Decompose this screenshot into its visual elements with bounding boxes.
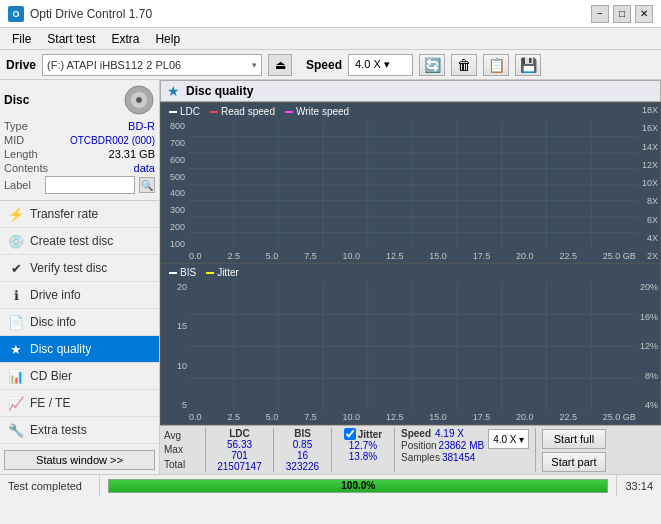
max-jitter: 13.8%: [349, 451, 377, 462]
status-bar: Test completed 100.0% 33:14: [0, 474, 661, 496]
menu-start-test[interactable]: Start test: [39, 30, 103, 48]
jitter-checkbox[interactable]: [344, 428, 356, 440]
max-row-label: Max: [164, 444, 199, 455]
menu-extra[interactable]: Extra: [103, 30, 147, 48]
label-input[interactable]: [45, 176, 135, 194]
avg-ldc: 56.33: [227, 439, 252, 450]
max-bis: 16: [297, 450, 308, 461]
bottom-y-axis-right: 20% 16% 12% 8% 4%: [636, 282, 658, 410]
main-content: ★ Disc quality LDC Read speed: [160, 80, 661, 474]
charts-container: LDC Read speed Write speed: [160, 102, 661, 425]
bottom-chart-legend: BIS Jitter: [169, 267, 239, 278]
erase-button[interactable]: 🗑: [451, 54, 477, 76]
sidebar: Disc Type BD-R MID OTCBDR002 (000) Lengt…: [0, 80, 160, 474]
samples-val: 381454: [442, 452, 475, 463]
top-y-axis-right: 18X 16X 14X 12X 10X 8X 6X 4X 2X: [638, 103, 658, 263]
jitter-legend: Jitter: [206, 267, 239, 278]
ldc-legend-dot: [169, 111, 177, 113]
max-ldc: 701: [231, 450, 248, 461]
start-buttons: Start full Start part: [542, 428, 605, 472]
speed-selector[interactable]: 4.0 X ▾: [348, 54, 413, 76]
transfer-rate-icon: ⚡: [8, 206, 24, 222]
status-window-label: Status window >>: [36, 454, 123, 466]
position-val: 23862 MB: [439, 440, 485, 451]
sidebar-item-create-test-disc[interactable]: 💿 Create test disc: [0, 228, 159, 255]
menu-help[interactable]: Help: [147, 30, 188, 48]
sidebar-item-disc-quality-label: Disc quality: [30, 342, 91, 356]
menu-file[interactable]: File: [4, 30, 39, 48]
drive-label: Drive: [6, 58, 36, 72]
drive-select-text: (F:) ATAPI iHBS112 2 PL06: [47, 59, 252, 71]
close-button[interactable]: ✕: [635, 5, 653, 23]
bis-col-header: BIS: [294, 428, 311, 439]
start-full-button[interactable]: Start full: [542, 429, 605, 449]
avg-row-label: Avg: [164, 430, 199, 441]
sidebar-item-cd-bier-label: CD Bier: [30, 369, 72, 383]
read-speed-legend: Read speed: [210, 106, 275, 117]
sidebar-item-create-test-disc-label: Create test disc: [30, 234, 113, 248]
refresh-button[interactable]: 🔄: [419, 54, 445, 76]
disc-panel: Disc Type BD-R MID OTCBDR002 (000) Lengt…: [0, 80, 159, 201]
sidebar-item-verify-test-disc[interactable]: ✔ Verify test disc: [0, 255, 159, 282]
save-button[interactable]: 💾: [515, 54, 541, 76]
chart-bottom: BIS Jitter: [161, 264, 660, 424]
sidebar-item-transfer-rate[interactable]: ⚡ Transfer rate: [0, 201, 159, 228]
label-label: Label: [4, 179, 31, 191]
sidebar-item-extra-tests[interactable]: 🔧 Extra tests: [0, 417, 159, 444]
disc-info-icon: 📄: [8, 314, 24, 330]
mid-value: OTCBDR002 (000): [70, 135, 155, 146]
app-title: Opti Drive Control 1.70: [30, 7, 152, 21]
jitter-column: Jitter 12.7% 13.8%: [338, 428, 388, 472]
divider-5: [535, 428, 536, 472]
row-labels: Avg Max Total: [164, 428, 199, 472]
nav-items: ⚡ Transfer rate 💿 Create test disc ✔ Ver…: [0, 201, 159, 444]
speed-label: Speed: [306, 58, 342, 72]
create-test-disc-icon: 💿: [8, 233, 24, 249]
minimize-button[interactable]: −: [591, 5, 609, 23]
top-chart-legend: LDC Read speed Write speed: [169, 106, 349, 117]
length-value: 23.31 GB: [109, 148, 155, 160]
speed-dropdown[interactable]: 4.0 X ▾: [488, 429, 529, 449]
drive-selector[interactable]: (F:) ATAPI iHBS112 2 PL06 ▾: [42, 54, 262, 76]
copy-button[interactable]: 📋: [483, 54, 509, 76]
ldc-col-header: LDC: [229, 428, 250, 439]
divider-1: [205, 428, 206, 472]
disc-icon: [123, 84, 155, 116]
progress-text: 100.0%: [109, 480, 607, 492]
drive-dropdown-icon: ▾: [252, 60, 257, 70]
progress-container: 100.0%: [100, 475, 617, 496]
status-window-button[interactable]: Status window >>: [4, 450, 155, 470]
time-display: 33:14: [617, 475, 661, 496]
disc-title: Disc: [4, 93, 29, 107]
top-y-axis-left: 800 700 600 500 400 300 200 100: [163, 121, 185, 249]
stats-bar: Avg Max Total LDC 56.33 701 21507147 BIS…: [160, 425, 661, 474]
position-label: Position: [401, 440, 437, 451]
divider-2: [273, 428, 274, 472]
sidebar-item-disc-info[interactable]: 📄 Disc info: [0, 309, 159, 336]
bottom-chart-svg: [189, 282, 636, 410]
contents-label: Contents: [4, 162, 48, 174]
sidebar-item-cd-bier[interactable]: 📊 CD Bier: [0, 363, 159, 390]
maximize-button[interactable]: □: [613, 5, 631, 23]
top-x-axis: 0.0 2.5 5.0 7.5 10.0 12.5 15.0 17.5 20.0…: [189, 251, 636, 261]
sidebar-item-drive-info[interactable]: ℹ Drive info: [0, 282, 159, 309]
panel-header: ★ Disc quality: [160, 80, 661, 102]
ldc-legend: LDC: [169, 106, 200, 117]
sidebar-item-drive-info-label: Drive info: [30, 288, 81, 302]
start-part-button[interactable]: Start part: [542, 452, 605, 472]
total-row-label: Total: [164, 459, 199, 470]
length-label: Length: [4, 148, 38, 160]
app-icon: O: [8, 6, 24, 22]
contents-value: data: [134, 162, 155, 174]
speed-col-val: 4.19 X: [435, 428, 464, 439]
menu-bar: File Start test Extra Help: [0, 28, 661, 50]
label-icon-button[interactable]: 🔍: [139, 177, 155, 193]
drive-info-icon: ℹ: [8, 287, 24, 303]
title-bar: O Opti Drive Control 1.70 − □ ✕: [0, 0, 661, 28]
read-speed-legend-dot: [210, 111, 218, 113]
sidebar-item-disc-quality[interactable]: ★ Disc quality: [0, 336, 159, 363]
eject-button[interactable]: ⏏: [268, 54, 292, 76]
sidebar-item-fe-te[interactable]: 📈 FE / TE: [0, 390, 159, 417]
type-value: BD-R: [128, 120, 155, 132]
total-ldc: 21507147: [217, 461, 262, 472]
